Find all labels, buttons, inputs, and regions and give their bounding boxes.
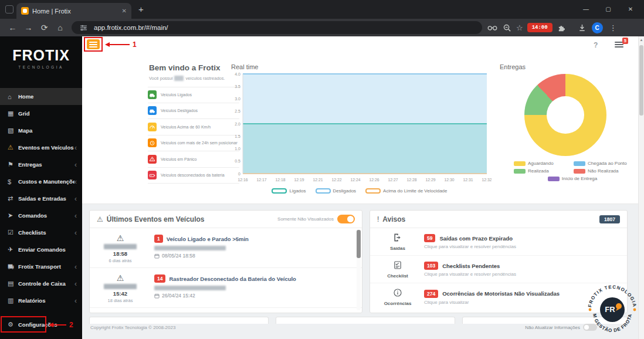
main-content: 1 ? 5 Bem vindo a Frotix Você possui veí… (82, 36, 644, 339)
sidebar-item-label: Grid (18, 110, 77, 117)
svg-text:0.5: 0.5 (235, 159, 240, 163)
sidebar-item-relatorios[interactable]: ▥ Relatórios ‹ (0, 292, 82, 309)
event-datetime-text: 26/04/24 15:42 (162, 293, 195, 299)
aviso-title: Checklists Pendentes (442, 263, 500, 269)
window-maximize-button[interactable]: ▢ (597, 0, 619, 19)
welcome-subtitle-prefix: Você possui (149, 76, 172, 81)
event-detail: 14 Rastreador Desconectado da Bateria do… (154, 273, 349, 303)
chevron-left-icon: ‹ (74, 161, 77, 169)
sidebar-item-home[interactable]: ⌂ Home (0, 88, 82, 105)
site-settings-tune-icon[interactable] (78, 22, 89, 33)
refresh-icon[interactable]: ⟳ (36, 23, 52, 32)
sidebar-item-configuracoes[interactable]: ⚙ Configurações 2 (0, 316, 82, 333)
status-label: Veículos desconectados da bateria (161, 173, 225, 177)
status-veiculos-desligados[interactable]: Veículos Desligados (148, 103, 239, 120)
browser-menu-kebab-icon[interactable]: ⋮ (607, 23, 619, 32)
back-icon[interactable]: ← (5, 23, 21, 32)
zoom-icon[interactable] (501, 22, 512, 33)
notification-badge: 5 (622, 38, 628, 44)
sidebar-toggle-button[interactable] (87, 39, 100, 49)
aviso-saidas-row[interactable]: Saídas 59 Saídas com Prazo Expirado Cliq… (370, 228, 627, 256)
event-ago: 6 dias atrás (109, 258, 132, 263)
sidebar-item-label: Configurações (18, 321, 77, 328)
legend-label: Início de Entrega (562, 176, 597, 181)
realtime-chart-legend: Ligados Desligados Acima do Limite de Ve… (226, 188, 493, 194)
copyright-text: Copyright Frotix Tecnologia © 2008-2023 (90, 325, 175, 330)
address-bar[interactable]: app.frotix.com.br/#/main/ (72, 21, 482, 34)
sidebar-item-label: Entregas (18, 161, 74, 168)
sidebar-item-grid[interactable]: ▦ Grid (0, 105, 82, 122)
status-veiculos-em-panico[interactable]: Veículos em Pânico (148, 151, 239, 168)
svg-text:2.5: 2.5 (235, 109, 240, 113)
event-list-item[interactable]: ⚠ 18:58 6 dias atrás 1 Veículo Ligado e … (90, 228, 362, 268)
sidebar-item-enviar-comandos[interactable]: ✈ Enviar Comandos (0, 241, 82, 258)
warning-icon: ⚠ (117, 233, 124, 243)
sidebar-item-controle-de-caixa[interactable]: ▤ Controle de Caixa ‹ (0, 275, 82, 292)
aviso-detail: 274 Ocorrências de Motoristas Não Visual… (424, 290, 560, 305)
status-veiculos-acima-60[interactable]: Veículos Acima de 60 Km/h (148, 119, 239, 135)
event-time: 15:42 (113, 290, 127, 297)
truck-icon: ⛟ (8, 263, 18, 270)
event-meta: ⚠ 15:42 18 dias atrás (92, 273, 148, 303)
legend-item: Início de Entrega (548, 176, 597, 181)
glasses-icon[interactable] (487, 22, 497, 33)
forward-icon[interactable]: → (21, 23, 36, 32)
events-filter-toggle[interactable] (337, 215, 355, 223)
notifications-icon[interactable]: 5 (615, 42, 623, 49)
aviso-checklist-row[interactable]: Checklist 103 Checklists Pendentes Cliqu… (370, 256, 627, 283)
events-scrollbar-thumb[interactable] (357, 230, 361, 258)
aviso-detail: 59 Saídas com Prazo Expirado Clique para… (424, 234, 516, 249)
scroll-up-icon[interactable]: ▲ (639, 38, 644, 42)
browser-home-icon[interactable]: ⌂ (52, 23, 68, 32)
screen: Home | Frotix ✕ + — ▢ ✕ ← → ⟳ ⌂ app.frot… (0, 0, 644, 339)
sidebar-item-checklists[interactable]: ☑ Checklists ‹ (0, 224, 82, 241)
gear-icon: ⚙ (8, 321, 18, 328)
window-scrollbar-thumb[interactable] (639, 45, 643, 116)
sidebar-item-frotix-transport[interactable]: ⛟ Frotix Transport ‹ (0, 258, 82, 275)
new-tab-button[interactable]: + (138, 4, 144, 14)
sidebar-item-eventos-em-veiculos[interactable]: ⚠ Eventos em Veículos ‹ (0, 139, 82, 156)
status-veiculos-ligados[interactable]: Veículos Ligados (148, 87, 239, 103)
sidebar-item-label: Checklists (18, 229, 74, 236)
events-card-title: Últimos Eventos em Veículos (107, 215, 205, 223)
sidebar-item-custos-e-manutencoes[interactable]: $ Custos e Manutenções ‹ (0, 173, 82, 190)
events-scrollbar[interactable] (357, 229, 361, 310)
tab-close-icon[interactable]: ✕ (122, 8, 127, 14)
warning-triangle-icon (148, 155, 157, 164)
aviso-category: Checklist (378, 260, 417, 279)
legend-swatch (514, 161, 526, 166)
aviso-detail: 103 Checklists Pendentes Clique para vis… (424, 262, 516, 277)
events-card: ⚠ Últimos Eventos em Veículos Somente Nã… (89, 210, 362, 313)
dollar-icon: $ (8, 178, 18, 185)
sidebar-item-comandos[interactable]: ➤ Comandos ‹ (0, 207, 82, 224)
sidebar-item-saidas-e-entradas[interactable]: ⇄ Saídas e Entradas ‹ (0, 190, 82, 207)
browser-toolbar: ← → ⟳ ⌂ app.frotix.com.br/#/main/ ☆ 14:0… (0, 19, 644, 36)
calendar-icon (154, 253, 160, 259)
svg-text:12:26: 12:26 (369, 178, 379, 182)
window-minimize-button[interactable]: — (575, 0, 597, 19)
extensions-puzzle-icon[interactable] (557, 22, 567, 33)
status-veiculos-desconectados-bateria[interactable]: Veículos desconectados da bateria (148, 168, 239, 184)
status-veiculos-24h-sem-posicionar[interactable]: Veículos com mais de 24h sem posicionar (148, 135, 239, 152)
report-icon: ▥ (8, 297, 18, 304)
chevron-left-icon: ‹ (74, 212, 77, 220)
window-close-button[interactable]: ✕ (619, 0, 642, 19)
map-icon: ▧ (8, 127, 18, 134)
downloads-icon[interactable] (577, 22, 588, 33)
extension-timer-badge[interactable]: 14:00 (527, 23, 553, 32)
help-icon[interactable]: ? (594, 41, 598, 49)
alert-icon: ! (377, 215, 379, 223)
logo-subtext: TECNOLOGIA (0, 65, 82, 69)
checklist-icon: ☑ (8, 229, 18, 236)
events-list: ⚠ 18:58 6 dias atrás 1 Veículo Ligado e … (90, 228, 362, 313)
svg-text:2.0: 2.0 (235, 122, 240, 126)
events-filter-label: Somente Não Visualizados (277, 216, 334, 222)
profile-avatar[interactable]: C (592, 22, 603, 33)
bookmark-star-icon[interactable]: ☆ (516, 23, 523, 32)
browser-tab[interactable]: Home | Frotix ✕ (16, 3, 131, 19)
svg-text:3.5: 3.5 (235, 84, 240, 89)
sidebar-item-mapa[interactable]: ▧ Mapa (0, 122, 82, 139)
event-list-item[interactable]: ⚠ 15:42 18 dias atrás 14 Rastreador Desc… (90, 268, 362, 308)
sidebar-item-entregas[interactable]: ⚑ Entregas ‹ (0, 156, 82, 173)
chevron-left-icon: ‹ (74, 297, 77, 305)
